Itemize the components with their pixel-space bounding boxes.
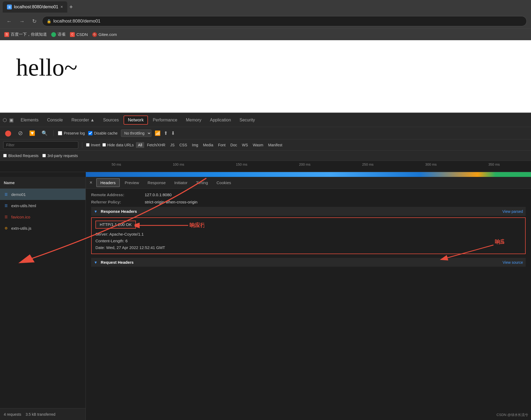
throttling-select[interactable]: No throttling [121, 129, 151, 137]
filter-fetch-xhr[interactable]: Fetch/XHR [145, 142, 167, 148]
transferred-size: 3.5 kB transferred [25, 412, 55, 417]
filter-wasm[interactable]: Wasm [251, 142, 265, 148]
nav-bar: ← → ↻ 🔒 localhost:8080/demo01 [0, 14, 531, 28]
filter-all[interactable]: All [136, 142, 144, 148]
timeline-label-250: 250 ms [362, 162, 374, 166]
file-item-extn-utils-js[interactable]: ⚙ extn-utils.js [0, 222, 86, 234]
bookmark-baidu[interactable]: 百 百度一下，你就知道 [4, 32, 47, 37]
tab-application[interactable]: Application [206, 116, 235, 124]
ctrl-separator-1 [53, 130, 54, 136]
filter-input[interactable] [3, 141, 78, 149]
yuque-icon [51, 32, 56, 37]
response-headers-box: HTTP/1.1 200 OK 响应行 [91, 217, 526, 254]
header-tab-response[interactable]: Response [144, 179, 170, 187]
devtools-tab-bar: ⬡ ▣ Elements Console Recorder ▲ Sources … [0, 113, 531, 127]
file-icon-ico: ☰ [4, 214, 9, 219]
refresh-button[interactable]: ↻ [30, 17, 39, 25]
header-tab-headers[interactable]: Headers [96, 178, 120, 187]
blocked-requests-label: Blocked Requests [8, 154, 39, 158]
search-icon[interactable]: 🔍 [40, 130, 49, 137]
csdn-label: CSDN [76, 32, 88, 37]
back-button[interactable]: ← [4, 17, 14, 25]
remote-address-row: Remote Address: 127.0.0.1:8080 [91, 192, 526, 197]
url-bar[interactable]: 🔒 localhost:8080/demo01 [42, 16, 527, 26]
devtools-body: Name ☰ demo01 ☰ extn-utils.html ☰ favico… [0, 177, 531, 420]
blocked-bar: Blocked Requests 3rd-party requests [0, 151, 531, 161]
preserve-log-checkbox[interactable]: Preserve log [58, 131, 85, 135]
close-panel-button[interactable]: × [90, 180, 92, 185]
gitee-label: Gitee.com [99, 32, 117, 37]
devtools-cursor-icon: ⬡ [3, 117, 7, 123]
third-party-checkbox[interactable]: 3rd-party requests [42, 154, 78, 158]
active-tab[interactable]: ⊕ localhost:8080/demo01 × [3, 1, 67, 13]
filter-icon[interactable]: 🔽 [28, 130, 37, 137]
headers-content: Remote Address: 127.0.0.1:8080 Referrer … [86, 189, 531, 420]
tab-console[interactable]: Console [43, 116, 67, 124]
tab-security[interactable]: Security [236, 116, 259, 124]
disable-cache-checkbox[interactable]: Disable cache [88, 131, 118, 135]
file-item-extn-utils[interactable]: ☰ extn-utils.html [0, 200, 86, 211]
upload-icon: ⬆ [164, 130, 168, 136]
view-parsed-link[interactable]: View parsed [502, 209, 523, 214]
header-tab-preview[interactable]: Preview [121, 179, 143, 187]
bookmark-yuque[interactable]: 语雀 [51, 32, 66, 37]
filter-manifest[interactable]: Manifest [266, 142, 284, 148]
clear-button[interactable]: ⊘ [16, 129, 24, 137]
section-arrow-icon: ▼ [94, 209, 98, 214]
timeline-bar-row [86, 172, 531, 177]
forward-button[interactable]: → [17, 17, 27, 25]
bookmark-gitee[interactable]: G Gitee.com [92, 32, 117, 37]
file-item-demo01[interactable]: ☰ demo01 [0, 189, 86, 200]
filter-css[interactable]: CSS [177, 142, 189, 148]
yuque-label: 语雀 [58, 32, 66, 37]
filter-img[interactable]: Img [190, 142, 200, 148]
gitee-icon: G [92, 32, 97, 37]
header-tab-cookies[interactable]: Cookies [213, 179, 235, 187]
http-status-box: HTTP/1.1 200 OK [95, 221, 136, 229]
page-content: hello~ [0, 40, 531, 113]
filter-ws[interactable]: WS [240, 142, 250, 148]
tab-close[interactable]: × [60, 5, 63, 9]
http-status-row: HTTP/1.1 200 OK 响应行 [95, 221, 521, 229]
browser-chrome: ⊕ localhost:8080/demo01 × + ← → ↻ 🔒 loca… [0, 0, 531, 40]
view-source-link[interactable]: View source [503, 260, 523, 265]
referrer-policy-label: Referrer Policy: [91, 200, 145, 204]
requests-count: 4 requests [4, 412, 21, 417]
content-length-row: Content-Length: 6 [95, 237, 521, 244]
tab-bar: ⊕ localhost:8080/demo01 × + [0, 0, 531, 14]
hide-data-urls-checkbox[interactable]: Hide data URLs [102, 143, 134, 147]
filter-font[interactable]: Font [216, 142, 228, 148]
tab-recorder[interactable]: Recorder ▲ [68, 116, 98, 124]
timeline-label-300: 300 ms [425, 162, 437, 166]
new-tab-button[interactable]: + [69, 3, 73, 10]
file-item-favicon[interactable]: ☰ favicon.ico [0, 211, 86, 222]
tab-network[interactable]: Network [124, 116, 148, 125]
bookmark-csdn[interactable]: C CSDN [70, 32, 88, 37]
filter-js[interactable]: JS [168, 142, 177, 148]
filter-separator [82, 142, 82, 148]
tab-favicon: ⊕ [7, 5, 12, 9]
invert-checkbox[interactable]: Invert [86, 143, 100, 147]
response-headers-title: Response Headers [101, 209, 137, 214]
tab-memory[interactable]: Memory [182, 116, 205, 124]
request-headers-section[interactable]: ▼ Request Headers View source [91, 258, 526, 267]
baidu-icon: 百 [4, 32, 9, 37]
filter-doc[interactable]: Doc [228, 142, 239, 148]
third-party-label: 3rd-party requests [47, 154, 78, 158]
baidu-label: 百度一下，你就知道 [11, 32, 47, 37]
record-button[interactable]: ⬤ [3, 129, 13, 137]
response-headers-section[interactable]: ▼ Response Headers View parsed [91, 207, 526, 216]
file-icon-html: ☰ [4, 203, 9, 208]
file-list-header: Name [0, 177, 86, 189]
tab-elements[interactable]: Elements [17, 116, 42, 124]
blocked-requests-checkbox[interactable]: Blocked Requests [3, 154, 39, 158]
http-status-text: HTTP/1.1 200 OK [100, 222, 132, 227]
header-tab-timing[interactable]: Timing [192, 179, 211, 187]
filter-bar: Invert Hide data URLs All Fetch/XHR JS C… [0, 139, 531, 151]
tab-performance[interactable]: Performance [149, 116, 181, 124]
file-items: ☰ demo01 ☰ extn-utils.html ☰ favicon.ico… [0, 189, 86, 408]
header-tab-initiator[interactable]: Initiator [170, 179, 191, 187]
tab-sources[interactable]: Sources [99, 116, 123, 124]
timeline-label-50: 50 ms [112, 162, 121, 166]
filter-media[interactable]: Media [201, 142, 215, 148]
